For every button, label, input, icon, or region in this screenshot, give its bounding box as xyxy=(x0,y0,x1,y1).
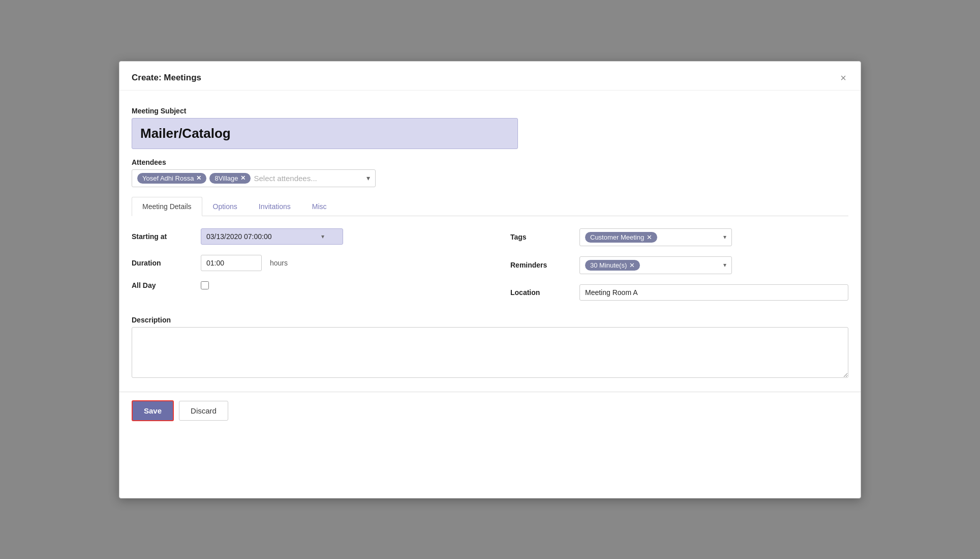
all-day-label: All Day xyxy=(132,281,193,289)
tag-customer-meeting-value: Customer Meeting xyxy=(590,233,644,241)
meeting-subject-input[interactable] xyxy=(132,118,518,149)
description-label: Description xyxy=(132,316,848,324)
tag-customer-meeting: Customer Meeting ✕ xyxy=(585,232,657,243)
form-right: Tags Customer Meeting ✕ ▾ xyxy=(490,228,848,311)
tag-30-minutes-value: 30 Minute(s) xyxy=(590,261,627,269)
hours-label: hours xyxy=(270,259,288,267)
tabs-bar: Meeting Details Options Invitations Misc xyxy=(132,196,848,216)
attendees-select[interactable]: Yosef Adhi Rossa ✕ 8Village ✕ Select att… xyxy=(132,169,376,187)
duration-input[interactable] xyxy=(201,255,262,271)
discard-button[interactable]: Discard xyxy=(179,401,228,421)
create-meetings-modal: Create: Meetings × Meeting Subject Atten… xyxy=(119,61,861,498)
tags-row: Tags Customer Meeting ✕ ▾ xyxy=(510,228,848,246)
modal-footer: Save Discard xyxy=(119,392,861,429)
reminders-dropdown[interactable]: 30 Minute(s) ✕ ▾ xyxy=(579,256,732,274)
save-button[interactable]: Save xyxy=(132,400,174,421)
starting-at-label: Starting at xyxy=(132,232,193,241)
reminders-inner: 30 Minute(s) ✕ xyxy=(585,260,640,271)
description-textarea[interactable] xyxy=(132,327,848,378)
meeting-subject-label: Meeting Subject xyxy=(132,107,848,115)
tab-invitations[interactable]: Invitations xyxy=(248,197,301,216)
reminders-chevron-icon: ▾ xyxy=(723,261,726,269)
attendees-placeholder: Select attendees... xyxy=(254,174,359,183)
modal-header: Create: Meetings × xyxy=(119,62,861,90)
remove-attendee-8village[interactable]: ✕ xyxy=(240,174,246,182)
reminders-row: Reminders 30 Minute(s) ✕ ▾ xyxy=(510,256,848,274)
remove-attendee-yosef[interactable]: ✕ xyxy=(196,174,201,182)
starting-at-value: 03/13/2020 07:00:00 xyxy=(206,232,271,241)
duration-row: Duration hours xyxy=(132,255,480,271)
tags-label: Tags xyxy=(510,233,571,241)
form-grid: Starting at 03/13/2020 07:00:00 ▾ Durati… xyxy=(132,228,848,311)
close-button[interactable]: × xyxy=(838,71,848,85)
attendee-tag-yosef: Yosef Adhi Rossa ✕ xyxy=(137,173,206,184)
attendee-name-yosef: Yosef Adhi Rossa xyxy=(142,174,194,182)
tab-misc[interactable]: Misc xyxy=(301,197,338,216)
remove-tag-30-minutes[interactable]: ✕ xyxy=(629,261,635,269)
datetime-chevron-icon: ▾ xyxy=(321,233,324,240)
tag-30-minutes: 30 Minute(s) ✕ xyxy=(585,260,640,271)
location-input[interactable] xyxy=(579,284,848,301)
remove-tag-customer-meeting[interactable]: ✕ xyxy=(647,233,652,241)
starting-at-picker[interactable]: 03/13/2020 07:00:00 ▾ xyxy=(201,228,343,245)
attendees-chevron-icon: ▾ xyxy=(366,174,370,182)
starting-at-row: Starting at 03/13/2020 07:00:00 ▾ xyxy=(132,228,480,245)
tags-dropdown[interactable]: Customer Meeting ✕ ▾ xyxy=(579,228,732,246)
attendee-tag-8village: 8Village ✕ xyxy=(209,173,251,184)
description-section: Description xyxy=(132,316,848,379)
duration-label: Duration xyxy=(132,259,193,267)
tags-chevron-icon: ▾ xyxy=(723,233,726,241)
attendees-label: Attendees xyxy=(132,158,848,166)
location-label: Location xyxy=(510,288,571,297)
reminders-label: Reminders xyxy=(510,261,571,269)
form-left: Starting at 03/13/2020 07:00:00 ▾ Durati… xyxy=(132,228,490,311)
all-day-checkbox[interactable] xyxy=(201,281,209,289)
modal-title: Create: Meetings xyxy=(132,73,201,83)
all-day-row: All Day xyxy=(132,281,480,289)
modal-body: Meeting Subject Attendees Yosef Adhi Ros… xyxy=(119,99,861,392)
attendees-section: Attendees Yosef Adhi Rossa ✕ 8Village ✕ … xyxy=(132,158,848,187)
location-row: Location xyxy=(510,284,848,301)
tab-meeting-details[interactable]: Meeting Details xyxy=(132,197,202,216)
tags-inner: Customer Meeting ✕ xyxy=(585,232,657,243)
attendee-name-8village: 8Village xyxy=(215,174,238,182)
tab-options[interactable]: Options xyxy=(202,197,248,216)
